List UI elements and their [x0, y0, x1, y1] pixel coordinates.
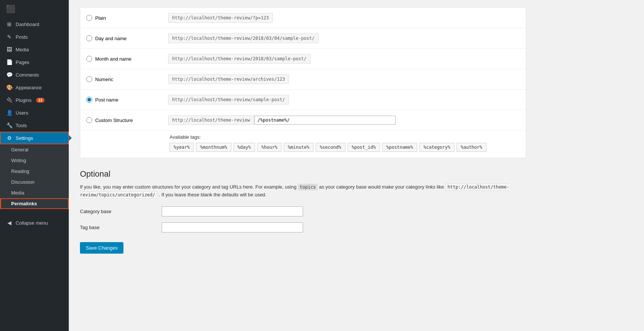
available-tags-label: Available tags:	[170, 134, 520, 140]
pages-icon: 📄	[6, 59, 13, 65]
permalink-label-month-and-name[interactable]: Month and name	[95, 56, 132, 62]
category-base-row: Category base	[80, 206, 526, 216]
submenu-item-reading[interactable]: Reading	[0, 166, 69, 177]
topics-code: topics	[298, 184, 318, 190]
comments-icon: 💬	[6, 72, 13, 78]
permalink-label-post-name[interactable]: Post name	[95, 97, 118, 103]
sidebar-item-media[interactable]: 🖼 Media	[0, 43, 69, 56]
posts-icon: ✎	[6, 34, 13, 40]
collapse-menu-button[interactable]: ◀ Collapse menu	[0, 216, 69, 229]
sidebar-item-dashboard[interactable]: ⊞ Dashboard	[0, 18, 69, 30]
permalink-label-numeric[interactable]: Numeric	[95, 77, 113, 82]
permalink-radio-day-and-name[interactable]	[86, 35, 92, 41]
sidebar-item-posts[interactable]: ✎ Posts	[0, 30, 69, 43]
wp-logo: ⬛	[0, 0, 69, 18]
custom-structure-url-inline: http://localhost/theme-review	[168, 115, 396, 125]
appearance-icon: 🎨	[6, 84, 13, 90]
wp-logo-icon: ⬛	[6, 4, 15, 13]
save-changes-button[interactable]: Save Changes	[80, 242, 123, 254]
permalink-row-post-name: Post name http://localhost/theme-review/…	[80, 90, 526, 110]
sidebar-item-plugins[interactable]: 🔌 Plugins 13	[0, 94, 69, 106]
available-tags-section: Available tags: %year%%monthnum%%day%%ho…	[80, 131, 526, 158]
tag-button[interactable]: %hour%	[257, 143, 281, 152]
permalink-radio-custom[interactable]	[86, 117, 92, 123]
tag-button[interactable]: %second%	[316, 143, 345, 152]
submenu-item-media[interactable]: Media	[0, 187, 69, 198]
tag-button[interactable]: %day%	[234, 143, 255, 152]
media-icon: 🖼	[6, 46, 13, 52]
sidebar-item-comments[interactable]: 💬 Comments	[0, 68, 69, 81]
tag-button[interactable]: %monthnum%	[196, 143, 231, 152]
plugins-icon: 🔌	[6, 97, 13, 103]
permalink-label-plain[interactable]: Plain	[95, 15, 106, 21]
submenu-item-permalinks[interactable]: Permalinks	[0, 198, 69, 209]
dashboard-icon: ⊞	[6, 21, 13, 27]
permalink-url-post-name: http://localhost/theme-review/sample-pos…	[168, 95, 289, 105]
permalink-label-custom[interactable]: Custom Structure	[95, 118, 133, 123]
permalink-url-numeric: http://localhost/theme-review/archives/1…	[168, 74, 289, 84]
permalink-url-day-and-name: http://localhost/theme-review/2018/03/04…	[168, 33, 319, 43]
users-icon: 👤	[6, 110, 13, 116]
permalink-url-month-and-name: http://localhost/theme-review/2018/03/sa…	[168, 54, 310, 64]
sidebar-item-tools[interactable]: 🔧 Tools	[0, 119, 69, 132]
permalink-options-table: Plain http://localhost/theme-review/?p=1…	[80, 7, 526, 158]
tools-icon: 🔧	[6, 122, 13, 128]
category-base-input[interactable]	[162, 206, 303, 216]
main-content: Plain http://localhost/theme-review/?p=1…	[69, 0, 644, 331]
settings-icon: ⚙	[6, 135, 13, 141]
custom-structure-prefix: http://localhost/theme-review	[168, 115, 254, 125]
category-base-label: Category base	[80, 209, 154, 214]
sidebar: ⬛ ⊞ Dashboard ✎ Posts 🖼 Media 📄 Pages 💬 …	[0, 0, 69, 331]
custom-structure-input[interactable]	[254, 116, 396, 125]
tag-button[interactable]: %author%	[457, 143, 486, 152]
tag-button[interactable]: %category%	[419, 143, 454, 152]
permalink-url-plain: http://localhost/theme-review/?p=123	[168, 13, 273, 23]
optional-description: If you like, you may enter custom struct…	[80, 183, 526, 199]
sidebar-item-settings[interactable]: ⚙ Settings	[0, 132, 69, 144]
tag-base-row: Tag base	[80, 222, 526, 232]
sidebar-item-pages[interactable]: 📄 Pages	[0, 56, 69, 68]
tag-button[interactable]: %post_id%	[348, 143, 380, 152]
optional-section: Optional If you like, you may enter cust…	[80, 169, 526, 254]
permalink-label-day-and-name[interactable]: Day and name	[95, 36, 127, 41]
permalink-row-day-and-name: Day and name http://localhost/theme-revi…	[80, 28, 526, 49]
permalink-radio-month-and-name[interactable]	[86, 56, 92, 62]
permalink-row-custom: Custom Structure http://localhost/theme-…	[80, 110, 526, 131]
collapse-icon: ◀	[6, 220, 13, 226]
tag-button[interactable]: %year%	[170, 143, 194, 152]
optional-title: Optional	[80, 169, 526, 179]
permalink-row-month-and-name: Month and name http://localhost/theme-re…	[80, 49, 526, 69]
permalink-row-numeric: Numeric http://localhost/theme-review/ar…	[80, 69, 526, 90]
permalink-radio-plain[interactable]	[86, 15, 92, 21]
submenu-item-general[interactable]: General	[0, 144, 69, 155]
sidebar-item-appearance[interactable]: 🎨 Appearance	[0, 81, 69, 94]
tag-base-label: Tag base	[80, 225, 154, 230]
plugins-badge: 13	[36, 98, 45, 103]
sidebar-item-users[interactable]: 👤 Users	[0, 106, 69, 119]
permalink-radio-numeric[interactable]	[86, 76, 92, 82]
submenu-item-discussion[interactable]: Discussion	[0, 177, 69, 187]
tag-base-input[interactable]	[162, 222, 303, 232]
tag-button[interactable]: %postname%	[382, 143, 417, 152]
submenu-item-writing[interactable]: Writing	[0, 155, 69, 166]
permalink-row-plain: Plain http://localhost/theme-review/?p=1…	[80, 8, 526, 28]
permalink-radio-post-name[interactable]	[86, 97, 92, 103]
tag-button[interactable]: %minute%	[284, 143, 313, 152]
settings-submenu: General Writing Reading Discussion Media…	[0, 144, 69, 209]
tags-list: %year%%monthnum%%day%%hour%%minute%%seco…	[170, 143, 520, 152]
